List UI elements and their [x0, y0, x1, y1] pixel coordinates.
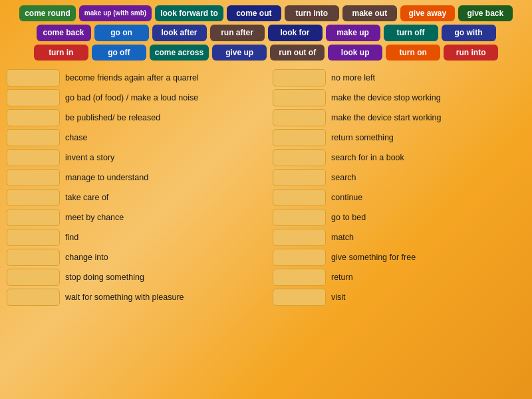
btn-look-up[interactable]: look up: [328, 45, 382, 61]
right-answer-box-7[interactable]: [273, 209, 326, 226]
left-definition-4: invent a story: [65, 153, 114, 162]
right-answer-box-11[interactable]: [273, 289, 326, 306]
btn-give-back[interactable]: give back: [458, 5, 513, 21]
top-buttons: come roundmake up (with smb)look forward…: [0, 0, 532, 66]
right-column: no more leftmake the device stop working…: [273, 69, 525, 306]
right-match-row-8: match: [273, 229, 525, 246]
btn-give-away[interactable]: give away: [400, 5, 455, 21]
right-definition-8: match: [331, 233, 354, 242]
right-answer-box-0[interactable]: [273, 69, 326, 86]
left-answer-box-1[interactable]: [7, 89, 60, 106]
btn-come-across[interactable]: come across: [150, 45, 209, 61]
left-match-row-2: be published/ be released: [7, 109, 259, 126]
left-answer-box-7[interactable]: [7, 209, 60, 226]
right-answer-box-2[interactable]: [273, 109, 326, 126]
right-definition-7: go to bed: [331, 213, 366, 222]
right-definition-5: search: [331, 173, 356, 182]
left-match-row-8: find: [7, 229, 259, 246]
right-answer-box-5[interactable]: [273, 169, 326, 186]
left-answer-box-11[interactable]: [7, 289, 60, 306]
right-definition-9: give something for free: [331, 253, 416, 262]
button-row-2: come backgo onlook afterrun afterlook fo…: [7, 25, 525, 41]
right-definition-0: no more left: [331, 73, 375, 82]
btn-come-round[interactable]: come round: [19, 5, 76, 21]
left-match-row-6: take care of: [7, 189, 259, 206]
left-match-row-10: stop doing something: [7, 269, 259, 286]
btn-run-after[interactable]: run after: [210, 25, 265, 41]
left-answer-box-6[interactable]: [7, 189, 60, 206]
btn-run-out-of[interactable]: run out of: [270, 45, 325, 61]
btn-go-on[interactable]: go on: [94, 25, 149, 41]
left-match-row-0: become friends again after a quarrel: [7, 69, 259, 86]
right-match-row-7: go to bed: [273, 209, 525, 226]
right-answer-box-8[interactable]: [273, 229, 326, 246]
left-match-row-11: wait for something with pleasure: [7, 289, 259, 306]
btn-give-up[interactable]: give up: [212, 45, 267, 61]
btn-turn-off[interactable]: turn off: [384, 25, 438, 41]
left-definition-8: find: [65, 233, 78, 242]
right-definition-4: search for in a book: [331, 153, 404, 162]
right-definition-10: return: [331, 273, 353, 282]
btn-look-forward-to[interactable]: look forward to: [155, 5, 223, 21]
left-definition-1: go bad (of food) / make a loud noise: [65, 93, 198, 102]
left-match-row-4: invent a story: [7, 149, 259, 166]
left-answer-box-10[interactable]: [7, 269, 60, 286]
btn-make-out[interactable]: make out: [342, 5, 397, 21]
right-match-row-4: search for in a book: [273, 149, 525, 166]
right-answer-box-4[interactable]: [273, 149, 326, 166]
right-match-row-10: return: [273, 269, 525, 286]
left-definition-3: chase: [65, 133, 87, 142]
left-answer-box-5[interactable]: [7, 169, 60, 186]
right-match-row-3: return something: [273, 129, 525, 146]
left-definition-7: meet by chance: [65, 213, 124, 222]
btn-make-up-with-smb[interactable]: make up (with smb): [79, 5, 152, 21]
left-definition-2: be published/ be released: [65, 113, 160, 122]
left-match-row-7: meet by chance: [7, 209, 259, 226]
left-match-row-9: change into: [7, 249, 259, 266]
left-answer-box-8[interactable]: [7, 229, 60, 246]
right-definition-11: visit: [331, 293, 346, 302]
btn-look-for[interactable]: look for: [268, 25, 323, 41]
left-definition-10: stop doing something: [65, 273, 144, 282]
right-definition-3: return something: [331, 133, 394, 142]
button-row-1: come roundmake up (with smb)look forward…: [7, 5, 525, 21]
btn-come-back[interactable]: come back: [37, 25, 91, 41]
right-answer-box-9[interactable]: [273, 249, 326, 266]
right-answer-box-1[interactable]: [273, 89, 326, 106]
left-definition-11: wait for something with pleasure: [65, 293, 184, 302]
right-match-row-6: continue: [273, 189, 525, 206]
btn-come-out[interactable]: come out: [227, 5, 281, 21]
right-answer-box-6[interactable]: [273, 189, 326, 206]
right-match-row-1: make the device stop working: [273, 89, 525, 106]
right-definition-1: make the device stop working: [331, 93, 441, 102]
left-answer-box-3[interactable]: [7, 129, 60, 146]
right-definition-6: continue: [331, 193, 362, 202]
left-definition-9: change into: [65, 253, 108, 262]
left-answer-box-2[interactable]: [7, 109, 60, 126]
btn-go-off[interactable]: go off: [92, 45, 146, 61]
right-answer-box-3[interactable]: [273, 129, 326, 146]
btn-go-with[interactable]: go with: [442, 25, 496, 41]
btn-look-after[interactable]: look after: [152, 25, 207, 41]
left-match-row-3: chase: [7, 129, 259, 146]
right-definition-2: make the device start working: [331, 113, 441, 122]
left-answer-box-4[interactable]: [7, 149, 60, 166]
btn-make-up[interactable]: make up: [326, 25, 380, 41]
btn-turn-in[interactable]: turn in: [34, 45, 88, 61]
left-answer-box-0[interactable]: [7, 69, 60, 86]
button-row-3: turn ingo offcome acrossgive uprun out o…: [7, 45, 525, 61]
left-definition-6: take care of: [65, 193, 108, 202]
left-match-row-1: go bad (of food) / make a loud noise: [7, 89, 259, 106]
left-match-row-5: manage to understand: [7, 169, 259, 186]
btn-turn-on[interactable]: turn on: [386, 45, 440, 61]
left-column: become friends again after a quarrelgo b…: [7, 69, 259, 306]
right-match-row-0: no more left: [273, 69, 525, 86]
left-definition-5: manage to understand: [65, 173, 148, 182]
right-match-row-11: visit: [273, 289, 525, 306]
btn-turn-into[interactable]: turn into: [285, 5, 339, 21]
right-match-row-9: give something for free: [273, 249, 525, 266]
btn-run-into[interactable]: run into: [444, 45, 498, 61]
left-answer-box-9[interactable]: [7, 249, 60, 266]
right-answer-box-10[interactable]: [273, 269, 326, 286]
right-match-row-5: search: [273, 169, 525, 186]
